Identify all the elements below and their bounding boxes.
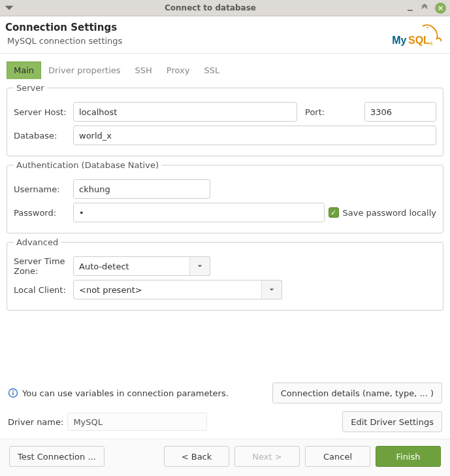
advanced-legend: Advanced bbox=[14, 237, 61, 247]
auth-legend: Authentication (Database Native) bbox=[14, 160, 161, 170]
server-group: Server Server Host: Port: Database: bbox=[7, 83, 443, 156]
save-password-label: Save password locally bbox=[343, 208, 437, 218]
tab-ssh[interactable]: SSH bbox=[128, 61, 159, 79]
window-title: Connect to database bbox=[14, 3, 406, 12]
dialog-footer: Test Connection ... < Back Next > Cancel… bbox=[0, 439, 450, 476]
password-input[interactable] bbox=[73, 203, 325, 222]
username-label: Username: bbox=[14, 184, 69, 194]
tab-driver-properties[interactable]: Driver properties bbox=[41, 61, 127, 79]
advanced-group: Advanced Server Time Zone: Local Client: bbox=[7, 237, 443, 311]
server-legend: Server bbox=[14, 83, 47, 93]
back-button[interactable]: < Back bbox=[164, 446, 229, 467]
next-button[interactable]: Next > bbox=[234, 446, 300, 467]
username-input[interactable] bbox=[73, 179, 210, 199]
auth-group: Authentication (Database Native) Usernam… bbox=[7, 160, 443, 233]
page-subtitle: MySQL connection settings bbox=[7, 36, 390, 46]
database-label: Database: bbox=[14, 131, 69, 141]
server-host-label: Server Host: bbox=[14, 107, 69, 117]
titlebar: Connect to database bbox=[0, 0, 450, 16]
maximize-icon[interactable] bbox=[421, 4, 428, 12]
main-panel: Server Server Host: Port: Database: Auth… bbox=[0, 79, 450, 439]
edit-driver-settings-button[interactable]: Edit Driver Settings bbox=[342, 411, 442, 432]
cancel-button[interactable]: Cancel bbox=[305, 446, 370, 467]
save-password-checkbox[interactable]: ✓ Save password locally bbox=[329, 207, 437, 218]
connection-details-button[interactable]: Connection details (name, type, ... ) bbox=[272, 382, 442, 403]
svg-point-7 bbox=[12, 390, 14, 392]
port-label: Port: bbox=[305, 107, 361, 117]
svg-point-1 bbox=[426, 27, 428, 28]
check-icon: ✓ bbox=[329, 207, 339, 218]
svg-text:®: ® bbox=[429, 41, 433, 46]
timezone-combo[interactable] bbox=[73, 256, 210, 276]
chevron-down-icon[interactable] bbox=[261, 280, 282, 299]
database-input[interactable] bbox=[73, 126, 436, 145]
local-client-input[interactable] bbox=[73, 280, 282, 299]
dialog-header: Connection Settings MySQL connection set… bbox=[0, 16, 450, 54]
timezone-label: Server Time Zone: bbox=[14, 256, 69, 276]
info-text: You can use variables in connection para… bbox=[22, 388, 229, 398]
system-menu-icon[interactable] bbox=[4, 3, 14, 13]
info-icon bbox=[8, 388, 18, 398]
minimize-icon[interactable] bbox=[406, 4, 414, 12]
svg-rect-6 bbox=[12, 392, 14, 396]
server-host-input[interactable] bbox=[73, 102, 297, 122]
password-label: Password: bbox=[14, 208, 69, 218]
tab-ssl[interactable]: SSL bbox=[197, 61, 227, 79]
driver-name-value: MySQL bbox=[67, 413, 206, 431]
page-title: Connection Settings bbox=[5, 22, 390, 33]
port-input[interactable] bbox=[364, 102, 436, 122]
mysql-logo: My SQL ® bbox=[390, 22, 442, 50]
driver-name-label: Driver name: bbox=[8, 417, 63, 427]
svg-rect-0 bbox=[408, 10, 413, 11]
svg-text:My: My bbox=[392, 35, 406, 46]
svg-text:SQL: SQL bbox=[408, 35, 430, 46]
tab-bar: Main Driver properties SSH Proxy SSL bbox=[0, 54, 450, 79]
finish-button[interactable]: Finish bbox=[376, 446, 441, 467]
tab-proxy[interactable]: Proxy bbox=[159, 61, 197, 79]
tab-main[interactable]: Main bbox=[7, 61, 41, 79]
test-connection-button[interactable]: Test Connection ... bbox=[9, 446, 104, 467]
chevron-down-icon[interactable] bbox=[189, 256, 210, 276]
local-client-combo[interactable] bbox=[73, 280, 282, 299]
local-client-label: Local Client: bbox=[14, 285, 69, 295]
close-icon[interactable] bbox=[435, 3, 446, 14]
